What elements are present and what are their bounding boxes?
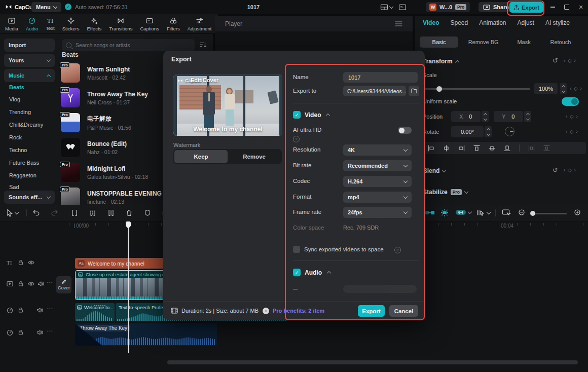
split-button[interactable] xyxy=(71,209,78,216)
sidebar-music[interactable]: Music xyxy=(4,69,55,82)
timeline-scrollbar[interactable] xyxy=(167,360,578,364)
magnetic-snap-button[interactable] xyxy=(425,209,435,216)
timeline-zoom-slider[interactable] xyxy=(530,213,567,214)
stabilize-section-header[interactable]: Stabilize Pro xyxy=(423,189,468,196)
workspace-button[interactable]: W W...0 Pro xyxy=(426,2,470,12)
sidebar-item-trending[interactable]: Trending xyxy=(9,109,31,115)
ribbon-filters[interactable]: Filters xyxy=(167,17,180,31)
layout-switch-button[interactable] xyxy=(380,4,393,11)
sidebar-item-vlog[interactable]: Vlog xyxy=(9,96,20,102)
search-input[interactable] xyxy=(75,42,178,49)
audio-clip-music[interactable]: Throw Away The Key xyxy=(75,323,217,346)
pro-benefits-link[interactable]: Pro benefits: 2 item xyxy=(273,308,324,314)
mask-tool-button[interactable] xyxy=(144,209,151,216)
delete-left-button[interactable] xyxy=(89,209,96,216)
rotate-dial[interactable] xyxy=(505,127,514,136)
framerate-dropdown[interactable]: 24fps xyxy=(343,207,412,218)
tab-adjust[interactable]: Adjust xyxy=(518,19,534,26)
align-left-icon[interactable] xyxy=(428,145,434,152)
ribbon-effects[interactable]: Effects xyxy=(87,17,101,31)
watermark-keep-button[interactable]: Keep xyxy=(174,150,228,163)
sidebar-import[interactable]: Import xyxy=(4,39,55,52)
transform-keyframe-control[interactable] xyxy=(564,58,576,63)
position-keyframe-control[interactable] xyxy=(566,114,578,119)
tab-video[interactable]: Video xyxy=(423,19,439,26)
tab-ai-stylize[interactable]: AI stylize xyxy=(545,19,570,26)
preview-axis-button[interactable] xyxy=(502,209,511,216)
speaker-icon[interactable] xyxy=(36,329,43,337)
ribbon-audio[interactable]: Audio xyxy=(26,17,38,31)
sidebar-item-future-bass[interactable]: Future Bass xyxy=(9,160,39,166)
more-options-icon[interactable] xyxy=(47,305,53,312)
sidebar-item-reggaeton[interactable]: Reggaeton xyxy=(9,172,36,178)
scale-keyframe-control[interactable] xyxy=(570,86,582,91)
ribbon-text[interactable]: TIText xyxy=(46,17,54,31)
position-x-stepper[interactable] xyxy=(482,111,489,122)
blend-reset-icon[interactable] xyxy=(553,166,558,174)
resolution-dropdown[interactable]: 4K xyxy=(343,144,412,156)
ribbon-transitions[interactable]: Transitions xyxy=(109,17,132,31)
zoom-out-button[interactable] xyxy=(518,209,526,216)
audio-clip-tts-1[interactable]: Welcome to... xyxy=(75,303,115,321)
distribute-horizontal-icon[interactable] xyxy=(528,145,535,152)
sidebar-item-sad[interactable]: Sad xyxy=(9,184,19,190)
ribbon-stickers[interactable]: Stickers xyxy=(62,17,80,31)
speaker-icon[interactable] xyxy=(36,307,43,314)
share-button[interactable]: Share xyxy=(479,2,513,12)
watermark-remove-button[interactable]: Remove xyxy=(228,150,281,163)
sidebar-item-rock[interactable]: Rock xyxy=(9,134,22,140)
auto-arrange-button[interactable] xyxy=(440,208,449,217)
subtab-mask[interactable]: Mask xyxy=(508,39,539,45)
name-input[interactable]: 1017 xyxy=(343,72,418,83)
cover-button[interactable]: Cover xyxy=(56,276,71,293)
delete-right-button[interactable] xyxy=(107,209,115,216)
playhead-line[interactable] xyxy=(128,221,129,353)
menu-button[interactable]: Menu xyxy=(31,2,61,12)
close-button[interactable] xyxy=(577,3,585,11)
browse-folder-button[interactable] xyxy=(409,86,419,96)
sidebar-item-beats[interactable]: Beats xyxy=(9,84,24,90)
more-options-icon[interactable] xyxy=(47,327,53,334)
align-top-icon[interactable] xyxy=(473,145,480,152)
lock-icon[interactable] xyxy=(18,329,24,337)
lock-icon[interactable] xyxy=(18,281,24,288)
sync-checkbox[interactable] xyxy=(293,246,300,253)
transform-section-header[interactable]: Transform xyxy=(423,58,459,65)
codec-dropdown[interactable]: H.264 xyxy=(343,176,412,187)
eye-icon[interactable] xyxy=(28,281,34,288)
more-options-icon[interactable] xyxy=(47,279,53,286)
sidebar-sounds-effects[interactable]: Sounds eff... xyxy=(4,191,55,204)
redo-button[interactable] xyxy=(51,209,58,216)
zoom-in-button[interactable] xyxy=(574,209,581,216)
subtab-retouch[interactable]: Retouch xyxy=(541,39,580,45)
subtab-basic[interactable]: Basic xyxy=(420,36,458,48)
tab-animation[interactable]: Animation xyxy=(479,19,506,26)
position-x-field[interactable]: X0 xyxy=(451,111,481,122)
minimize-button[interactable] xyxy=(548,3,557,11)
sort-icon[interactable] xyxy=(200,42,207,49)
audio-section-checkbox[interactable] xyxy=(293,269,301,276)
undo-button[interactable] xyxy=(32,209,40,216)
blend-keyframe-control[interactable] xyxy=(564,167,576,173)
ribbon-captions[interactable]: Captions xyxy=(140,17,159,31)
align-bottom-icon[interactable] xyxy=(504,145,510,152)
align-center-horizontal-icon[interactable] xyxy=(443,145,450,152)
position-y-field[interactable]: Y0 xyxy=(494,111,523,122)
export-button[interactable]: Export xyxy=(509,2,543,13)
lock-icon[interactable] xyxy=(18,307,24,314)
sidebar-item-techno[interactable]: Techno xyxy=(9,147,27,153)
format-dropdown[interactable]: mp4 xyxy=(343,192,412,203)
select-tool-button[interactable] xyxy=(6,209,18,217)
delete-button[interactable] xyxy=(126,209,133,216)
scale-value[interactable]: 100% xyxy=(534,83,558,94)
tab-speed[interactable]: Speed xyxy=(450,19,468,26)
ai-ultra-hd-help-icon[interactable] xyxy=(293,136,300,142)
eye-icon[interactable] xyxy=(28,259,34,267)
link-clips-button[interactable] xyxy=(455,209,471,216)
sync-help-icon[interactable] xyxy=(394,247,401,253)
scale-slider-handle[interactable] xyxy=(436,86,442,92)
dialog-export-button[interactable]: Export xyxy=(358,305,385,317)
align-center-vertical-icon[interactable] xyxy=(489,145,495,152)
rotate-stepper[interactable] xyxy=(485,126,492,137)
collapse-icon[interactable] xyxy=(327,271,331,275)
